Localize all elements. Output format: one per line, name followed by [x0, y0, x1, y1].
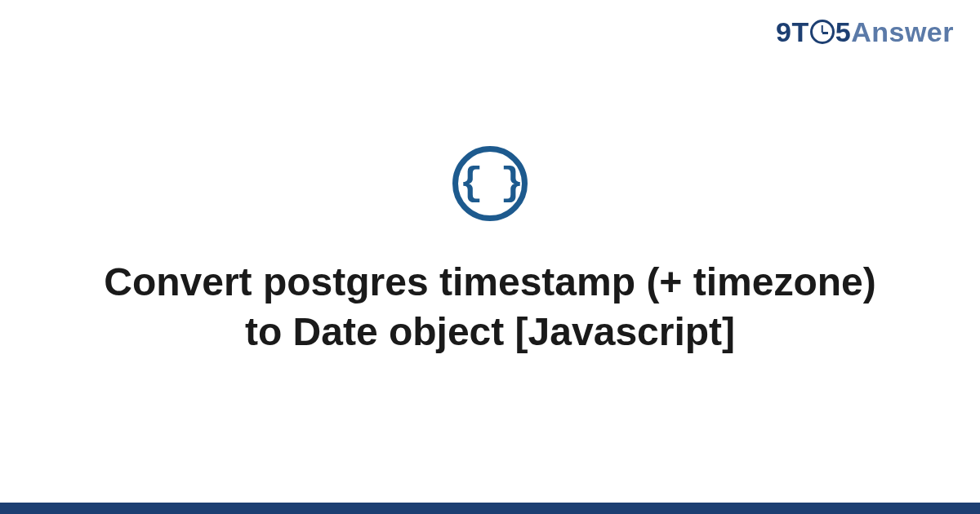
code-braces-icon: { }	[452, 146, 528, 221]
footer-accent-bar	[0, 503, 980, 514]
icon-glyph: { }	[460, 164, 520, 203]
content-center: { } Convert postgres timestamp (+ timezo…	[0, 0, 980, 514]
page-title: Convert postgres timestamp (+ timezone) …	[98, 257, 882, 357]
social-card: 9T5Answer { } Convert postgres timestamp…	[0, 0, 980, 514]
